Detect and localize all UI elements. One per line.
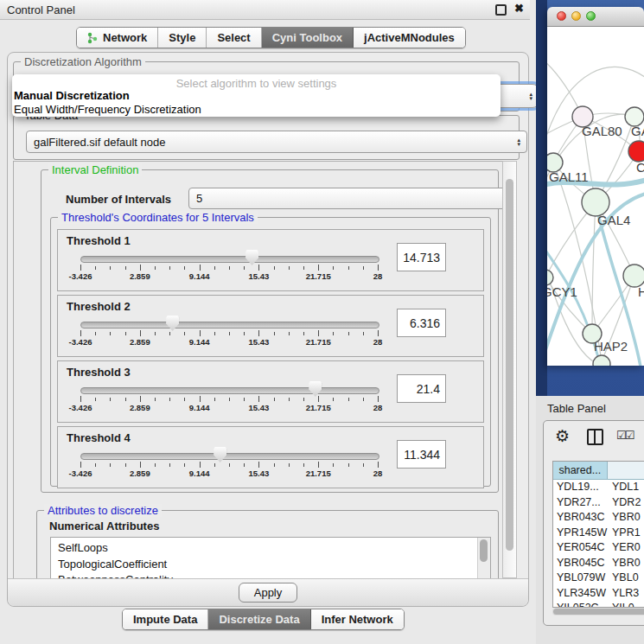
settings-scrollbar[interactable] xyxy=(502,161,517,578)
close-traffic-light-icon[interactable] xyxy=(557,11,566,21)
network-canvas[interactable]: GAL80GACGAL11GAL4GCY1HHAP2 xyxy=(547,27,644,366)
slider-thumb[interactable] xyxy=(245,250,258,265)
tick-mark xyxy=(140,330,141,336)
table-row[interactable]: YBR045CYBR0 xyxy=(553,556,644,571)
network-node-c[interactable] xyxy=(628,141,644,162)
interval-definition-group: Interval Definition Number of Intervals … xyxy=(41,169,499,493)
tab-label: Style xyxy=(169,31,195,44)
threshold-value-field[interactable]: 11.344 xyxy=(397,440,446,469)
cell-name: YDL1 xyxy=(612,480,644,495)
tab-infer-network[interactable]: Infer Network xyxy=(311,609,404,629)
tick-mark xyxy=(363,332,364,335)
scrollbar-thumb[interactable] xyxy=(553,609,644,615)
network-node-gcy1[interactable] xyxy=(547,270,553,285)
table-row[interactable]: YDR27...YDR2 xyxy=(553,495,644,511)
table-row[interactable]: YDL19...YDL1 xyxy=(553,480,644,495)
select-columns-icon[interactable]: ☑☑ xyxy=(616,429,633,442)
tab-label: Cyni Toolbox xyxy=(272,31,342,44)
node-label: C xyxy=(636,160,644,175)
group-title: Attributes to discretize xyxy=(44,504,162,517)
tab-jactivemnodules[interactable]: jActiveMNodules xyxy=(354,28,465,48)
tab-label: Impute Data xyxy=(133,613,197,626)
scale-label: 15.43 xyxy=(249,403,270,412)
tick-mark xyxy=(95,463,96,467)
threshold-value-field[interactable]: 14.713 xyxy=(397,243,446,271)
table-panel-title: Table Panel xyxy=(547,402,606,415)
table-row[interactable]: YER054CYER0 xyxy=(553,540,644,556)
threshold-value-field[interactable]: 21.4 xyxy=(397,374,446,403)
tick-mark xyxy=(200,330,201,336)
algorithm-option-manual-discretization[interactable]: Manual Discretization xyxy=(12,89,501,103)
table-window: ⚙ ☑☑ shared... n YDL19...YDL1YDR27...YDR… xyxy=(543,420,644,626)
minimize-traffic-light-icon[interactable] xyxy=(571,11,581,21)
threshold-value-field[interactable]: 6.316 xyxy=(397,309,446,337)
scale-label: 28 xyxy=(373,403,383,412)
network-window[interactable]: GAL80GACGAL11GAL4GCY1HHAP2 xyxy=(547,7,644,366)
network-icon xyxy=(87,32,99,44)
group-title: Discretization Algorithm xyxy=(21,55,145,68)
tab-style[interactable]: Style xyxy=(158,28,207,48)
attribute-item-topologicalcoefficient[interactable]: TopologicalCoefficient xyxy=(51,557,490,573)
table-row[interactable]: YPR145WYPR1 xyxy=(553,526,644,541)
column-header-shared-name[interactable]: shared... xyxy=(553,462,608,480)
table-data-combo[interactable]: galFiltered.sif default node ▴▾ xyxy=(26,131,527,153)
tick-mark xyxy=(125,266,126,270)
attribute-item-selfloops[interactable]: SelfLoops xyxy=(51,540,490,557)
cell-name: YBL0 xyxy=(612,571,644,586)
column-header-name[interactable]: n xyxy=(608,462,644,480)
slider-thumb[interactable] xyxy=(214,447,226,462)
tick-mark xyxy=(258,396,259,402)
threshold-slider-track[interactable] xyxy=(80,256,379,263)
zoom-traffic-light-icon[interactable] xyxy=(586,11,596,21)
scrollbar-thumb[interactable] xyxy=(506,179,513,551)
table-row[interactable]: YLR345WYLR3 xyxy=(553,586,644,602)
threshold-slider-track[interactable] xyxy=(80,322,379,328)
scale-label: 28 xyxy=(373,337,383,347)
scale-label: 21.715 xyxy=(306,271,331,281)
tab-network[interactable]: Network xyxy=(77,28,158,48)
tick-mark xyxy=(289,398,290,401)
apply-button[interactable]: Apply xyxy=(239,583,297,603)
network-window-titlebar[interactable] xyxy=(547,7,644,27)
num-intervals-combo[interactable]: 5 ▴▾ xyxy=(188,188,503,209)
tab-cyni-toolbox[interactable]: Cyni Toolbox xyxy=(262,28,354,48)
slider-thumb[interactable] xyxy=(309,381,322,397)
tick-mark xyxy=(80,396,81,402)
tick-mark xyxy=(229,398,230,401)
tick-mark xyxy=(184,266,185,270)
threshold-slider-track[interactable] xyxy=(80,453,379,460)
slider-thumb[interactable] xyxy=(166,316,179,331)
cell-shared-name: YBR043C xyxy=(553,510,612,526)
tab-discretize-data[interactable]: Discretize Data xyxy=(208,609,310,629)
cell-name: YPR1 xyxy=(612,526,644,541)
tick-mark xyxy=(110,332,111,335)
algorithm-option-equal-width-frequency-discretization[interactable]: Equal Width/Frequency Discretization xyxy=(12,103,501,117)
numerical-attributes-list[interactable]: SelfLoopsTopologicalCoefficientBetweenne… xyxy=(50,537,491,580)
tick-mark xyxy=(303,266,304,270)
network-node[interactable] xyxy=(593,355,610,366)
desktop-background: GAL80GACGAL11GAL4GCY1HHAP2 xyxy=(536,0,644,396)
gear-icon[interactable]: ⚙ xyxy=(555,426,570,446)
tick-mark xyxy=(348,266,349,270)
columns-icon[interactable] xyxy=(587,429,603,445)
tick-mark xyxy=(140,265,141,271)
table-horizontal-scrollbar[interactable] xyxy=(552,608,644,615)
tab-select[interactable]: Select xyxy=(207,28,261,48)
tick-mark xyxy=(214,398,215,401)
scale-label: 2.859 xyxy=(130,337,150,347)
tick-mark xyxy=(95,266,96,270)
close-icon[interactable]: ✖ xyxy=(514,2,524,15)
tick-mark xyxy=(200,462,201,468)
list-scrollbar[interactable] xyxy=(477,538,490,580)
table-row[interactable]: YBL079WYBL0 xyxy=(553,571,644,586)
float-window-icon[interactable] xyxy=(495,4,507,16)
tick-mark xyxy=(80,462,81,468)
table-row[interactable]: YIL052CYIL0 xyxy=(553,601,644,607)
threshold-slider-track[interactable] xyxy=(80,387,379,394)
cell-name: YBR0 xyxy=(612,510,644,526)
bottom-tab-bar: Impute DataDiscretize DataInfer Network xyxy=(122,609,405,630)
threshold-panel-4: Threshold 4-3.4262.8599.14415.4321.71528… xyxy=(57,426,484,488)
node-label: H xyxy=(638,284,644,299)
tab-impute-data[interactable]: Impute Data xyxy=(123,609,208,629)
table-row[interactable]: YBR043CYBR0 xyxy=(553,510,644,526)
